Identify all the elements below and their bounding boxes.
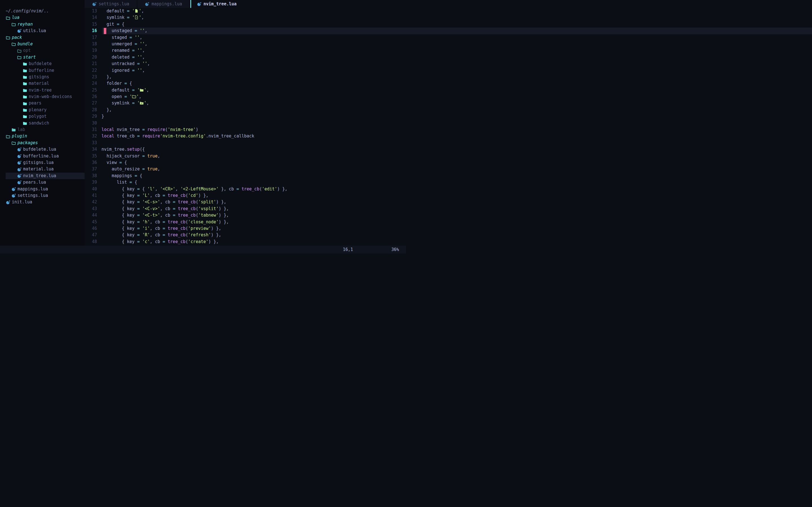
code-line-42[interactable]: 42 { key = '<C-s>', cb = tree_cb('split'… [85, 199, 406, 205]
tree-item-bufferline[interactable]: bufferline [0, 67, 85, 74]
tree-item-init-lua[interactable]: init.lua [0, 199, 85, 205]
line-number: 44 [85, 212, 99, 219]
code-line-35[interactable]: 35 hijack_cursor = true, [85, 153, 406, 159]
code-line-24[interactable]: 24 folder = { [85, 80, 406, 87]
code-line-21[interactable]: 21 untracked = '', [85, 61, 406, 67]
code-line-20[interactable]: 20 deleted = '', [85, 54, 406, 61]
code-line-37[interactable]: 37 auto_resize = true, [85, 166, 406, 172]
tree-item-opt[interactable]: opt [0, 47, 85, 54]
code-line-27[interactable]: 27 symlink = '', [85, 100, 406, 107]
code-line-17[interactable]: 17 staged = '', [85, 34, 406, 41]
lua-file-icon [17, 167, 21, 172]
tree-item-lab[interactable]: lab [0, 126, 85, 133]
code-token: ) [196, 127, 198, 132]
code-line-46[interactable]: 46 { key = 'i', cb = tree_cb('preview') … [85, 225, 406, 232]
tree-item-bufferline-lua[interactable]: bufferline.lua [0, 153, 85, 159]
tree-item-label: start [23, 54, 36, 61]
tree-item-gitsigns-lua[interactable]: gitsigns.lua [0, 159, 85, 166]
code-line-28[interactable]: 28 }, [85, 107, 406, 113]
code-token: = [127, 15, 132, 20]
tree-item-start[interactable]: start [0, 54, 85, 61]
tree-item-nvim-tree-lua[interactable]: nvim_tree.lua [0, 173, 85, 179]
line-text: { key = 'i', cb = tree_cb('preview') }, [101, 225, 221, 232]
code-line-33[interactable]: 33 [85, 140, 406, 146]
tree-item-settings-lua[interactable]: settings.lua [0, 192, 85, 199]
tab-settings-lua[interactable]: settings.lua [85, 0, 137, 8]
line-number: 41 [85, 192, 99, 199]
line-text: list = { [101, 179, 137, 186]
code-token: = [127, 8, 132, 13]
tree-item-nvim-tree[interactable]: nvim-tree [0, 87, 85, 94]
tree-item-material[interactable]: material [0, 80, 85, 87]
code-line-43[interactable]: 43 { key = '<C-v>', cb = tree_cb('vsplit… [85, 206, 406, 212]
code-token: { key [101, 226, 137, 231]
tree-item-plugin[interactable]: plugin [0, 133, 85, 139]
tab-nvim-tree-lua[interactable]: nvim_tree.lua [191, 0, 243, 8]
line-text: local tree_cb = require'nvim-tree.config… [101, 133, 254, 139]
tree-item-bufdelete[interactable]: bufdelete [0, 61, 85, 67]
code-line-41[interactable]: 41 { key = 'L', cb = tree_cb('cd') }, [85, 192, 406, 199]
tree-item-mappings-lua[interactable]: mappings.lua [0, 186, 85, 192]
code-token: untracked [101, 61, 137, 66]
code-line-25[interactable]: 25 default = '', [85, 87, 406, 94]
line-number: 33 [85, 140, 99, 146]
code-line-31[interactable]: 31local nvim_tree = require('nvim-tree') [85, 126, 406, 133]
tree-item-sandwich[interactable]: sandwich [0, 120, 85, 126]
code-line-23[interactable]: 23 }, [85, 74, 406, 80]
tree-item-material-lua[interactable]: material.lua [0, 166, 85, 172]
tree-item-packages[interactable]: packages [0, 140, 85, 146]
code-line-16[interactable]: 16 unstaged = '', [85, 27, 406, 34]
tree-item-bufdelete-lua[interactable]: bufdelete.lua [0, 146, 85, 153]
code-line-32[interactable]: 32local tree_cb = require'nvim-tree.conf… [85, 133, 406, 139]
lua-file-icon [11, 193, 16, 198]
code-line-40[interactable]: 40 { key = { 'l', '<CR>', '<2-LeftMouse>… [85, 186, 406, 192]
code-token: , [158, 154, 160, 159]
code-line-45[interactable]: 45 { key = 'h', cb = tree_cb('close_node… [85, 219, 406, 225]
tree-item-lua[interactable]: lua [0, 14, 85, 21]
tree-item-nvim-web-devicons[interactable]: nvim-web-devicons [0, 94, 85, 100]
code-token: = [132, 68, 137, 73]
code-line-29[interactable]: 29} [85, 113, 406, 120]
tab-mappings-lua[interactable]: mappings.lua [137, 0, 190, 8]
lua-file-icon [17, 147, 21, 152]
tree-item-utils-lua[interactable]: utils.lua [0, 27, 85, 34]
code-line-13[interactable]: 13 default = '', [85, 8, 406, 14]
tree-item-pears[interactable]: pears [0, 100, 85, 107]
code-line-38[interactable]: 38 mappings = { [85, 173, 406, 179]
code-line-36[interactable]: 36 view = { [85, 159, 406, 166]
tree-item-gitsigns[interactable]: gitsigns [0, 74, 85, 80]
tree-root-path[interactable]: ~/.config/nvim/.. [0, 8, 85, 14]
code-line-26[interactable]: 26 open = '', [85, 94, 406, 100]
code-token: = [132, 88, 137, 93]
tab-label: settings.lua [99, 1, 129, 6]
code-token: tree_cb [178, 200, 196, 205]
code-token: { key [101, 200, 137, 205]
folder-open-icon [17, 48, 21, 53]
tree-item-bundle[interactable]: bundle [0, 41, 85, 47]
tab-bar: settings.luamappings.luanvim_tree.lua [85, 0, 406, 8]
tree-item-plenary[interactable]: plenary [0, 107, 85, 113]
code-token: = [163, 239, 168, 244]
code-line-15[interactable]: 15 git = { [85, 21, 406, 27]
code-token: = [124, 94, 130, 99]
tree-item-pears-lua[interactable]: pears.lua [0, 179, 85, 186]
code-line-22[interactable]: 22 ignored = '', [85, 67, 406, 74]
tree-item-polygot[interactable]: polygot [0, 113, 85, 120]
lua-file-icon [17, 154, 21, 158]
code-token: { [122, 22, 124, 27]
code-line-48[interactable]: 48 { key = 'c', cb = tree_cb('create') }… [85, 238, 406, 245]
code-line-14[interactable]: 14 symlink = '', [85, 14, 406, 21]
code-line-30[interactable]: 30 [85, 120, 406, 126]
code-token: 'refresh' [188, 232, 211, 237]
line-number: 26 [85, 94, 99, 100]
code-line-39[interactable]: 39 list = { [85, 179, 406, 186]
line-text: hijack_cursor = true, [101, 153, 160, 159]
code-line-19[interactable]: 19 renamed = '', [85, 47, 406, 54]
code-line-47[interactable]: 47 { key = 'R', cb = tree_cb('refresh') … [85, 232, 406, 238]
code-token: tree_cb [168, 193, 186, 198]
code-line-34[interactable]: 34nvim_tree.setup({ [85, 146, 406, 153]
tree-item-pack[interactable]: pack [0, 34, 85, 41]
tree-item-reyhan[interactable]: reyhan [0, 21, 85, 27]
code-line-44[interactable]: 44 { key = '<C-t>', cb = tree_cb('tabnew… [85, 212, 406, 219]
code-line-18[interactable]: 18 unmerged = '', [85, 41, 406, 47]
